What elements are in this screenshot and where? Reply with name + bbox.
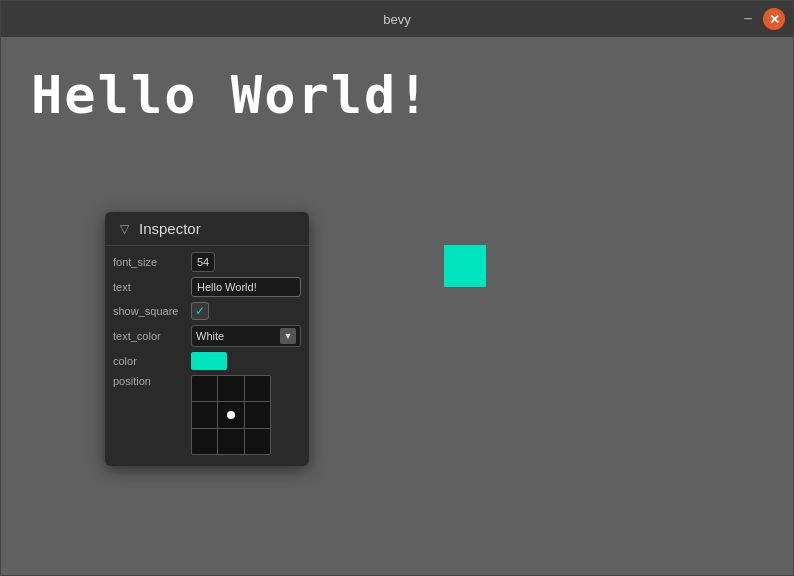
grid-cell-ml[interactable] [192,402,217,427]
inspector-title: Inspector [139,220,201,237]
show-square-row: show_square ✓ [113,302,301,320]
dropdown-arrow-icon: ▼ [280,328,296,344]
show-square-checkbox[interactable]: ✓ [191,302,209,320]
inspector-panel: ▽ Inspector font_size 54 text Hello Worl… [105,212,309,466]
color-label: color [113,355,185,367]
color-row: color [113,352,301,370]
grid-dot [227,411,235,419]
titlebar: bevy − ✕ [1,1,793,37]
window-controls: − ✕ [739,8,785,30]
hello-world-text: Hello World! [31,65,431,125]
font-size-row: font_size 54 [113,252,301,272]
grid-cell-bl[interactable] [192,429,217,454]
position-grid[interactable] [191,375,271,455]
text-color-row: text_color White ▼ [113,325,301,347]
inspector-header: ▽ Inspector [105,212,309,246]
grid-cell-tc[interactable] [218,376,243,401]
text-color-label: text_color [113,330,185,342]
position-label: position [113,375,185,387]
grid-cell-br[interactable] [245,429,270,454]
color-swatch[interactable] [191,352,227,370]
grid-cell-mc[interactable] [218,402,243,427]
inspector-collapse-icon[interactable]: ▽ [117,222,131,236]
grid-cell-bc[interactable] [218,429,243,454]
show-square-label: show_square [113,305,185,317]
text-color-dropdown[interactable]: White ▼ [191,325,301,347]
inspector-body: font_size 54 text Hello World! show_squa… [105,246,309,466]
cyan-square [444,245,486,287]
text-label: text [113,281,185,293]
canvas-area: Hello World! ▽ Inspector font_size 54 te [1,37,793,575]
grid-cell-tl[interactable] [192,376,217,401]
text-color-value: White [196,330,276,342]
window-title: bevy [383,12,410,27]
font-size-value[interactable]: 54 [191,252,215,272]
minimize-button[interactable]: − [739,10,757,28]
text-input[interactable]: Hello World! [191,277,301,297]
position-row: position [113,375,301,455]
text-row: text Hello World! [113,277,301,297]
grid-cell-mr[interactable] [245,402,270,427]
font-size-label: font_size [113,256,185,268]
grid-cell-tr[interactable] [245,376,270,401]
close-button[interactable]: ✕ [763,8,785,30]
main-window: bevy − ✕ Hello World! ▽ Inspector font_s… [0,0,794,576]
